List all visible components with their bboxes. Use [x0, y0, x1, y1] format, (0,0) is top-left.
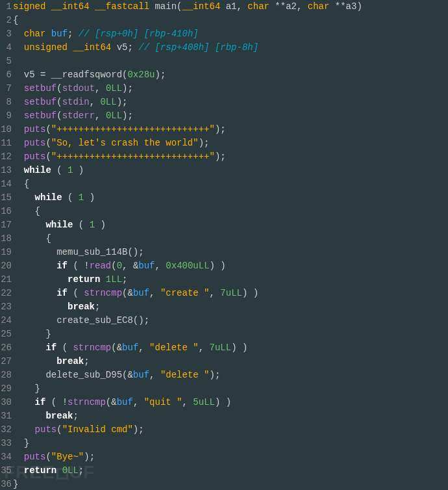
token: [13, 29, 24, 39]
token: a1: [220, 1, 236, 12]
token: (: [56, 97, 62, 107]
token: strncmp: [68, 397, 106, 407]
token: ;: [73, 411, 78, 421]
token: while: [35, 192, 62, 203]
code-line: break;: [13, 409, 448, 423]
token: setbuf: [24, 110, 56, 121]
token: !: [84, 261, 89, 271]
token: !: [62, 397, 68, 407]
token: return: [68, 274, 100, 285]
token: {: [45, 233, 51, 244]
token: [13, 302, 68, 312]
code-line: puts("++++++++++++++++++++++++++++");: [13, 150, 448, 164]
token: [100, 83, 105, 94]
token: ): [210, 261, 215, 271]
token: [45, 397, 51, 407]
token: "So, let's crash the world": [51, 138, 199, 148]
token: [62, 192, 68, 203]
code-line: delete_sub_D95(&buf, "delete ");: [13, 368, 448, 382]
token: [155, 288, 160, 298]
code-line: unsigned __int64 v5; // [rsp+408h] [rbp-…: [13, 41, 448, 55]
line-number: 9: [0, 109, 12, 123]
token: puts: [24, 124, 46, 135]
code-line: while ( 1 ): [13, 164, 448, 177]
token: while: [24, 165, 51, 175]
token: if: [35, 397, 46, 407]
token: &: [127, 370, 132, 380]
token: strncmp: [73, 342, 111, 353]
token: [13, 329, 45, 339]
code-line: if ( strncmp(&buf, "create ", 7uLL) ): [13, 287, 448, 300]
code-line: }: [13, 328, 448, 341]
line-number: 21: [0, 273, 12, 287]
token: ): [226, 397, 231, 407]
token: }: [24, 438, 29, 448]
token: [13, 452, 24, 462]
token: char: [308, 1, 330, 12]
token: [45, 29, 51, 39]
line-number: 16: [0, 205, 12, 218]
token: ;: [128, 110, 133, 121]
code-line: while ( 1 ): [13, 191, 448, 205]
token: char: [24, 29, 46, 39]
token: strncmp: [84, 288, 122, 298]
token: [56, 342, 62, 353]
token: [13, 138, 24, 148]
token: ): [122, 83, 127, 94]
token: buf: [122, 342, 138, 353]
token: (: [111, 261, 116, 271]
token: ;: [204, 138, 209, 148]
code-line: if ( !read(0, &buf, 0x400uLL) ): [13, 259, 448, 273]
token: 0LL: [62, 465, 79, 476]
code-content: signed __int64 __fastcall main(__int64 a…: [13, 0, 448, 490]
code-line: puts("Bye~");: [13, 450, 448, 464]
code-line: signed __int64 __fastcall main(__int64 a…: [13, 0, 448, 14]
token: read: [90, 261, 112, 271]
token: ): [84, 452, 89, 462]
token: [127, 261, 132, 271]
token: [73, 29, 78, 39]
token: &: [127, 288, 132, 298]
token: [79, 288, 84, 298]
token: "++++++++++++++++++++++++++++": [51, 151, 215, 162]
code-line: setbuf(stderr, 0LL);: [13, 109, 448, 123]
token: break: [68, 302, 95, 312]
token: [13, 206, 35, 216]
token: 0LL: [100, 97, 116, 107]
token: }: [13, 479, 18, 489]
token: ;: [90, 452, 95, 462]
line-number: 13: [0, 164, 12, 177]
line-number: 7: [0, 82, 12, 96]
token: [13, 274, 68, 285]
token: 1: [79, 192, 84, 203]
token: [13, 83, 24, 94]
token: __int64: [51, 1, 90, 12]
code-line: break;: [13, 300, 448, 314]
code-line: {: [13, 14, 448, 27]
token: [13, 424, 35, 435]
token: [73, 165, 78, 175]
token: (: [111, 342, 116, 353]
code-line: setbuf(stdout, 0LL);: [13, 82, 448, 96]
line-number: 36: [0, 478, 12, 490]
token: char: [247, 1, 269, 12]
token: [13, 220, 45, 230]
line-number: 24: [0, 314, 12, 328]
code-line: return 0LL;: [13, 464, 448, 478]
token: [13, 42, 24, 53]
token: __fastcall: [95, 1, 149, 12]
token: stdout: [62, 83, 95, 94]
token: ): [155, 70, 160, 80]
token: ,: [237, 1, 242, 12]
token: [90, 1, 95, 12]
token: (: [45, 452, 51, 462]
line-number: 14: [0, 177, 12, 191]
token: [73, 220, 78, 230]
line-number: 35: [0, 464, 12, 478]
token: (: [45, 138, 51, 148]
token: [302, 1, 307, 12]
token: [204, 342, 209, 353]
line-number: 23: [0, 300, 12, 314]
token: ,: [182, 397, 188, 407]
token: **a3: [329, 1, 356, 12]
